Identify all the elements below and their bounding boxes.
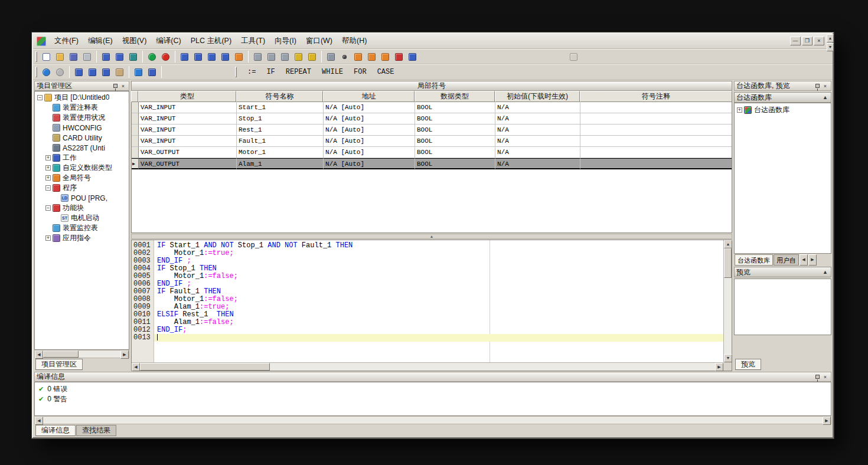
column-header[interactable]: 数据类型	[415, 91, 495, 102]
tab-scroll-left-icon[interactable]: ◀	[800, 254, 808, 266]
scroll-up-icon[interactable]: ▲	[724, 240, 732, 248]
paste-icon[interactable]	[99, 66, 113, 78]
column-header[interactable]: 符号名称	[236, 91, 323, 102]
save-icon[interactable]	[67, 50, 80, 63]
symbol-cell[interactable]: N/A [Auto]	[324, 136, 415, 147]
manual-book-icon[interactable]	[126, 50, 140, 63]
password-icon[interactable]	[292, 50, 305, 63]
simulator-icon[interactable]	[324, 50, 338, 63]
tree-expander-icon[interactable]: −	[45, 185, 51, 191]
zoom-icon[interactable]	[132, 66, 145, 78]
tree-item[interactable]: AS228T (Unti	[35, 143, 129, 153]
forward-icon[interactable]	[53, 66, 67, 78]
st-keyword-button[interactable]: REPEAT	[281, 67, 316, 77]
symbol-cell[interactable]: VAR_OUTPUT	[139, 147, 237, 158]
project-key-icon[interactable]	[305, 50, 319, 63]
download-plc-icon[interactable]	[178, 50, 191, 63]
code-line[interactable]: 0002 Motor_1:=true;	[132, 250, 723, 257]
symbol-row[interactable]: VAR_INPUTRest_1N/A [Auto]BOOLN/A	[132, 125, 732, 136]
tree-expander-icon[interactable]: −	[37, 95, 43, 100]
row-selector[interactable]	[132, 147, 139, 158]
toolbar-grip[interactable]	[35, 67, 37, 77]
tab-scroll-right-icon[interactable]: ▶	[808, 254, 817, 266]
symbol-cell[interactable]: Alam_1	[237, 158, 324, 169]
preview-section-bar[interactable]: 预览 ▲	[734, 267, 831, 277]
cut-icon[interactable]	[72, 66, 86, 78]
record-icon[interactable]	[338, 50, 351, 63]
overflow-up-icon[interactable]: ▲	[827, 34, 834, 42]
symbol-cell[interactable]: N/A	[495, 102, 580, 113]
symbol-cell[interactable]: Stop_1	[237, 113, 324, 125]
copy-icon[interactable]	[86, 66, 99, 78]
pin-icon[interactable]	[814, 82, 821, 90]
tree-item[interactable]: +应用指令	[35, 233, 129, 243]
symbol-cell[interactable]: N/A [Auto]	[324, 125, 415, 136]
close-icon[interactable]: ×	[821, 373, 829, 381]
upload-plc-icon[interactable]	[191, 50, 205, 63]
code-line[interactable]: 0013	[132, 334, 723, 342]
monitor-mode-icon[interactable]	[218, 50, 232, 63]
symbol-cell[interactable]: N/A	[495, 147, 580, 158]
scrollbar-thumb[interactable]	[140, 363, 270, 371]
stop-compile-icon[interactable]	[159, 50, 172, 63]
library-section-bar[interactable]: 台达函数库 ▲	[734, 92, 831, 103]
symbol-cell[interactable]: N/A	[495, 136, 580, 147]
tree-expander-icon[interactable]: +	[45, 155, 51, 161]
scroll-left-icon[interactable]: ◀	[35, 417, 43, 425]
row-selector[interactable]	[132, 113, 139, 125]
code-line[interactable]: 0003END_IF ;	[132, 257, 723, 265]
toolbar-grip[interactable]	[35, 51, 37, 62]
tile-window-icon[interactable]	[99, 50, 113, 63]
symbol-cell[interactable]: VAR_INPUT	[139, 113, 237, 125]
symbol-cell[interactable]: N/A [Auto]	[324, 147, 415, 158]
menu-item-5[interactable]: 工具(T)	[236, 34, 270, 48]
symbol-cell[interactable]: BOOL	[415, 102, 495, 113]
code-line[interactable]: 0011 Alam_1:=false;	[132, 319, 723, 326]
scroll-left-icon[interactable]: ◀	[35, 351, 43, 359]
library-tab-1[interactable]: 用户自	[774, 254, 799, 266]
menu-item-6[interactable]: 向导(I)	[270, 34, 301, 48]
device-monitor-icon[interactable]	[265, 50, 278, 63]
print-icon[interactable]	[80, 50, 94, 63]
tree-item[interactable]: +自定义数据类型	[35, 163, 129, 173]
symbol-cell[interactable]	[580, 136, 732, 147]
editor-hscrollbar[interactable]: ◀ ▶	[132, 362, 723, 371]
run-plc-icon[interactable]	[351, 50, 365, 63]
close-button[interactable]: ×	[814, 37, 824, 45]
overflow-down-icon[interactable]: ▼	[827, 43, 834, 51]
column-header[interactable]: 初始值(下载时生效)	[495, 91, 580, 102]
symbol-cell[interactable]: BOOL	[415, 113, 495, 125]
symbol-cell[interactable]	[580, 147, 732, 158]
tab-project-manager[interactable]: 项目管理区	[35, 359, 83, 370]
pin-icon[interactable]	[112, 82, 119, 90]
symbol-cell[interactable]: BOOL	[415, 136, 495, 147]
symbol-row[interactable]: ▶VAR_OUTPUTAlam_1N/A [Auto]BOOLN/A	[132, 158, 732, 169]
symbol-cell[interactable]	[580, 113, 732, 125]
symbol-row[interactable]: VAR_INPUTStart_1N/A [Auto]BOOLN/A	[132, 102, 732, 113]
menu-item-7[interactable]: 窗口(W)	[301, 34, 337, 48]
menu-item-8[interactable]: 帮助(H)	[337, 34, 371, 48]
symbol-cell[interactable]: VAR_INPUT	[139, 102, 237, 113]
symbol-cell[interactable]	[580, 125, 732, 136]
column-header[interactable]: 地址	[323, 91, 415, 102]
tree-item[interactable]: +全局符号	[35, 173, 129, 183]
tree-item[interactable]: +工作	[35, 153, 129, 163]
project-tree-hscrollbar[interactable]: ◀ ▶	[34, 350, 129, 358]
code-line[interactable]: 0005 Motor_1:=false;	[132, 273, 723, 280]
tree-item[interactable]: 装置使用状况	[35, 113, 129, 123]
row-selector[interactable]: ▶	[132, 158, 139, 169]
toolbar-grip[interactable]	[235, 67, 237, 77]
tree-expander-icon[interactable]: +	[45, 175, 51, 181]
refresh-icon[interactable]	[406, 50, 419, 63]
tree-item[interactable]: 装置注释表	[35, 103, 129, 113]
symbol-cell[interactable]	[580, 102, 732, 113]
tree-item[interactable]: −程序	[35, 183, 129, 193]
reset-plc-icon[interactable]	[378, 50, 392, 63]
menu-item-4[interactable]: PLC 主机(P)	[186, 34, 236, 48]
stop-plc-icon[interactable]	[365, 50, 378, 63]
symbol-cell[interactable]: BOOL	[415, 147, 495, 158]
symbol-row[interactable]: VAR_INPUTStop_1N/A [Auto]BOOLN/A	[132, 113, 732, 125]
symbol-cell[interactable]	[580, 158, 732, 169]
cascade-window-icon[interactable]	[113, 50, 126, 63]
menu-item-0[interactable]: 文件(F)	[50, 34, 83, 48]
